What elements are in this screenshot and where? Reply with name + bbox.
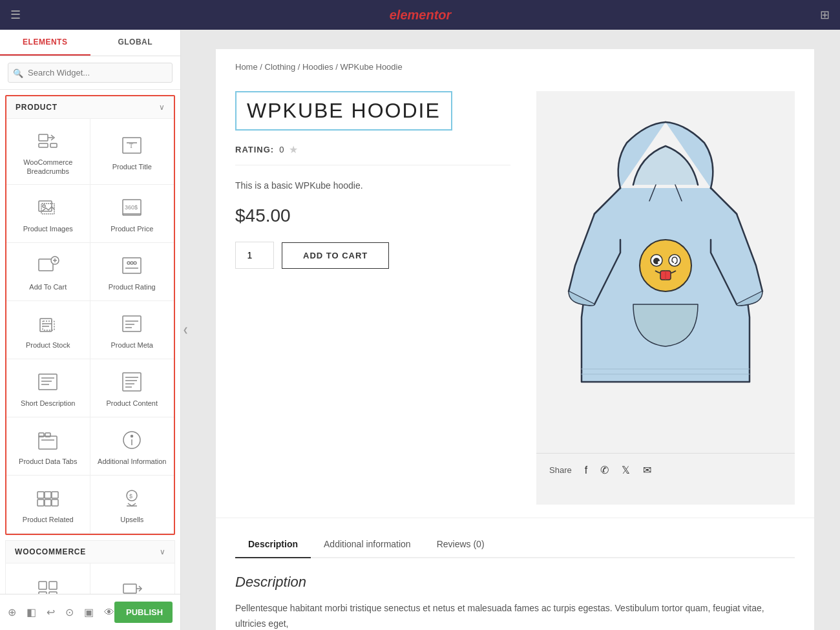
hamburger-icon[interactable]: ☰	[10, 8, 21, 22]
widget-product-data-tabs[interactable]: Product Data Tabs	[6, 417, 90, 476]
layers-icon[interactable]: ◧	[26, 606, 36, 618]
widget-product-price[interactable]: 360$ Product Price	[90, 185, 174, 243]
breadcrumb-icon	[36, 129, 59, 152]
product-content-icon	[120, 370, 143, 394]
upsells-icon: $	[120, 487, 143, 510]
widget-label-related: Product Related	[23, 515, 74, 524]
woocommerce-chevron-icon: ∨	[160, 547, 165, 556]
widget-label-cart: Add To Cart	[29, 282, 67, 291]
widget-product-images[interactable]: Product Images	[6, 185, 90, 243]
product-image-area: Share f ✆ 𝕏 ✉	[536, 91, 795, 505]
woocommerce-section-header[interactable]: WOOCOMMERCE ∨	[5, 540, 175, 563]
main-layout: ELEMENTS GLOBAL 🔍 PRODUCT ∨	[0, 30, 840, 630]
widget-grid: WooCommerce Breadcrumbs T Product Title	[6, 119, 174, 534]
widget-product-stock[interactable]: Product Stock	[6, 301, 90, 359]
sidebar-content: PRODUCT ∨	[0, 90, 180, 594]
widget-label-rating: Product Rating	[109, 282, 156, 291]
tab-additional-information[interactable]: Additional information	[311, 531, 424, 557]
tab-global[interactable]: GLOBAL	[90, 30, 181, 56]
tab-description[interactable]: Description	[235, 531, 311, 557]
settings-icon[interactable]: ⊕	[8, 606, 16, 618]
product-title: WPKUBE HOODIE	[247, 99, 441, 123]
email-icon[interactable]: ✉	[643, 464, 651, 476]
widget-label-shortdesc: Short Description	[21, 399, 75, 408]
breadcrumb: Home / Clothing / Hoodies / WPKube Hoodi…	[216, 49, 814, 78]
history-icon[interactable]: ⊙	[65, 606, 74, 618]
search-input[interactable]	[8, 63, 173, 83]
main-content: Home / Clothing / Hoodies / WPKube Hoodi…	[190, 30, 840, 630]
woo-widget-1[interactable]	[6, 563, 90, 594]
svg-text:T: T	[129, 142, 133, 149]
product-title-box: WPKUBE HOODIE	[235, 91, 452, 131]
tab-content-text: Pellentesque habitant morbi tristique se…	[235, 601, 795, 630]
tab-reviews[interactable]: Reviews (0)	[424, 531, 498, 557]
share-label: Share	[549, 465, 572, 475]
product-section-header[interactable]: PRODUCT ∨	[6, 96, 174, 119]
widget-additional-information[interactable]: Additional Information	[90, 417, 174, 476]
svg-text:360$: 360$	[125, 204, 138, 211]
quantity-input[interactable]	[235, 242, 274, 269]
product-data-tabs-icon	[36, 428, 59, 452]
sidebar: ELEMENTS GLOBAL 🔍 PRODUCT ∨	[0, 30, 181, 630]
undo-icon[interactable]: ↩	[47, 606, 55, 618]
rating-label: RATING:	[235, 145, 274, 154]
top-bar: ☰ elementor ⊞	[0, 0, 840, 30]
svg-point-19	[131, 262, 133, 264]
widget-add-to-cart[interactable]: Add To Cart	[6, 243, 90, 301]
widget-product-title[interactable]: T Product Title	[90, 119, 174, 185]
svg-rect-3	[50, 143, 57, 147]
svg-rect-2	[39, 143, 48, 147]
widget-product-meta[interactable]: Product Meta	[90, 301, 174, 359]
svg-rect-48	[52, 492, 58, 498]
widget-product-related[interactable]: Product Related	[6, 476, 90, 534]
tab-elements[interactable]: ELEMENTS	[0, 30, 90, 56]
grid-icon[interactable]: ⊞	[820, 8, 830, 22]
product-stock-icon	[36, 312, 59, 335]
whatsapp-icon[interactable]: ✆	[600, 464, 609, 476]
svg-rect-59	[123, 584, 136, 593]
tab-content-title: Description	[235, 574, 795, 591]
svg-point-69	[669, 255, 680, 266]
svg-rect-22	[40, 319, 52, 331]
woo-widget-2[interactable]	[90, 563, 175, 594]
add-to-cart-button[interactable]: ADD TO CART	[282, 242, 389, 269]
collapse-handle[interactable]: ❮	[181, 30, 190, 630]
woo-widget-grid	[5, 563, 175, 594]
product-section: PRODUCT ∨	[5, 95, 175, 535]
publish-button[interactable]: PUBLISH ▲	[114, 602, 173, 623]
additional-info-icon	[120, 428, 143, 452]
breadcrumb-text: Home / Clothing / Hoodies / WPKube Hoodi…	[235, 62, 403, 72]
svg-rect-46	[37, 492, 44, 498]
svg-rect-55	[39, 582, 47, 589]
widget-label-images: Product Images	[23, 224, 73, 233]
rating-value: 0	[279, 145, 284, 154]
widget-upsells[interactable]: $ Upsells	[90, 476, 174, 534]
widget-product-rating[interactable]: Product Rating	[90, 243, 174, 301]
woo-grid-icon	[36, 579, 59, 594]
svg-point-65	[640, 240, 691, 291]
svg-rect-56	[49, 582, 57, 589]
chevron-down-icon: ∨	[159, 103, 165, 112]
product-price-icon: 360$	[120, 196, 143, 219]
woo-arrow-icon	[121, 579, 144, 594]
widget-product-content[interactable]: Product Content	[90, 359, 174, 417]
widget-label-content: Product Content	[107, 399, 158, 408]
responsive-icon[interactable]: ▣	[84, 606, 94, 618]
facebook-icon[interactable]: f	[585, 465, 587, 476]
svg-rect-50	[45, 499, 51, 506]
product-details: WPKUBE HOODIE RATING: 0 ★ This is a basi…	[235, 91, 510, 505]
product-description: This is a basic WPKube hoodie.	[235, 178, 510, 193]
product-section-title: PRODUCT	[16, 103, 58, 112]
widget-label-additional-info: Additional Information	[98, 457, 166, 466]
twitter-icon[interactable]: 𝕏	[622, 464, 630, 476]
svg-rect-26	[123, 316, 141, 331]
widget-short-description[interactable]: Short Description	[6, 359, 90, 417]
svg-point-9	[43, 205, 45, 207]
product-rating-icon	[120, 254, 143, 277]
eye-icon[interactable]: 👁	[104, 606, 114, 618]
product-related-icon	[36, 487, 59, 510]
widget-label-datatabs: Product Data Tabs	[19, 457, 77, 466]
widget-woocommerce-breadcrumbs[interactable]: WooCommerce Breadcrumbs	[6, 119, 90, 185]
svg-rect-0	[39, 134, 48, 141]
product-images-icon	[36, 196, 59, 219]
